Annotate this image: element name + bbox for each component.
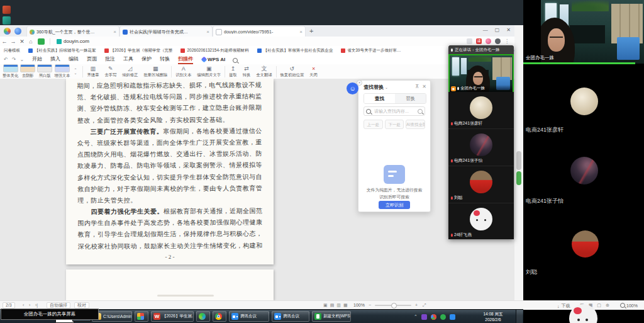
bookmark-item[interactable]: 【2026】学生届《假期学堂（完整 (104, 48, 173, 54)
prev-page-icon[interactable]: ‹ (23, 303, 24, 307)
fit-page-icon[interactable]: ⤢ (423, 303, 426, 308)
menu-item-扫描件[interactable]: 扫描件 (178, 55, 193, 64)
zoom-slider-knob[interactable] (391, 303, 397, 309)
address-url[interactable]: douyin.com (64, 38, 89, 44)
ribbon-button-全文翻译[interactable]: 文全文翻译 (256, 65, 272, 78)
bookmark-item[interactable]: 问卷模板 (4, 48, 20, 54)
redo-icon[interactable]: ↷ (12, 57, 16, 62)
ribbon-button-关闭[interactable]: ×关闭 (309, 65, 318, 78)
participant-cell[interactable]: 电商241张子怡 (448, 129, 514, 166)
tab-close-icon[interactable]: × (113, 30, 116, 35)
menu-item-工具[interactable]: 工具 (123, 55, 133, 64)
tab-close-icon[interactable]: × (206, 30, 209, 35)
bookmark-item[interactable]: 20260206132154-刘老师假期材料 (180, 48, 248, 54)
tab-close-icon[interactable]: × (299, 30, 303, 35)
browser-tab[interactable]: 社会实践|学期辅导任务完成…× (119, 26, 213, 37)
show-desktop-button[interactable] (516, 310, 523, 323)
browser-tab[interactable]: 360导航_一个主页，整个世…× (26, 26, 119, 37)
zoom-in-icon[interactable]: + (415, 303, 418, 307)
taskbar-button-腾讯会议[interactable]: 腾讯会议 (272, 311, 309, 322)
view-icon-1[interactable]: ▣ (323, 303, 328, 308)
tray-colorful-icon[interactable] (431, 314, 436, 320)
recognize-now-button[interactable]: 立即识别 (379, 201, 410, 209)
view-icon-2[interactable]: ▤ (330, 303, 335, 308)
menu-item-批注[interactable]: 批注 (105, 55, 115, 64)
tray-app-purple-icon[interactable] (421, 314, 427, 320)
ribbon-scroll-arrows[interactable]: ⌃⌄ (74, 69, 77, 75)
search-settings-icon[interactable] (418, 109, 423, 114)
undo-icon[interactable]: ↶ (4, 57, 8, 62)
ribbon-button-去手写[interactable]: ✎去手写 (104, 65, 116, 78)
new-tab-button[interactable]: + (309, 27, 313, 35)
fullscreen-icon[interactable]: ▢ (597, 303, 601, 308)
taskbar-button-新建文档|WPS…[interactable]: 新建文档|WPS… (312, 311, 351, 322)
translate-extension-icon[interactable]: 译 (476, 38, 482, 44)
taskbar-clock[interactable]: 14:08 周五 2026/2/6 (478, 311, 508, 322)
stop-icon[interactable]: ✕ (18, 37, 26, 46)
document-canvas[interactable]: 期间，应急照明和疏散指示标志缺失、损坏，电气线路敷设不规范、老化破损、违规私拉电… (0, 79, 514, 300)
taskbar-button-grid[interactable] (135, 311, 148, 322)
ribbon-thumb[interactable]: 整体美化 (3, 64, 18, 79)
maximize-icon[interactable]: ▢ (495, 27, 500, 33)
bookmark-item[interactable]: 省文39号关于进一步做好寒… (341, 48, 401, 54)
menu-item-保护[interactable]: 保护 (142, 55, 152, 64)
tray-expand-icon[interactable]: ⌃ (414, 314, 418, 319)
tray-meeting-icon[interactable] (450, 314, 455, 320)
status-button-自动编排[interactable]: 自动编排 (47, 302, 70, 309)
menu-item-开始[interactable]: 开始 (32, 55, 42, 64)
view-mode-icons[interactable]: ▣▤▥▦ (323, 303, 348, 308)
tray-360-icon[interactable] (440, 314, 446, 320)
menu-item-转换[interactable]: 转换 (160, 55, 170, 64)
browser-tab[interactable]: douyin.com/video/75951-× (213, 26, 306, 37)
download-button[interactable]: ↓下载 (557, 303, 570, 309)
panel-close-icon[interactable]: ✕ (422, 84, 426, 89)
add-icon[interactable]: ⊕ (606, 303, 609, 308)
chevron-down-icon[interactable]: ⌄ (19, 57, 24, 62)
scrollbar-thumb[interactable] (516, 151, 521, 170)
browser-logo-icon[interactable] (4, 28, 11, 35)
last-page-icon[interactable]: ›| (35, 303, 38, 307)
find-button-AI查找全部[interactable]: AI查找全部 (406, 120, 425, 129)
home-icon[interactable]: ⌂ (26, 37, 35, 46)
view-icon-3[interactable]: ▥ (336, 303, 341, 308)
pin-icon[interactable]: ⊼ (415, 84, 419, 89)
minimize-icon[interactable]: — (483, 27, 488, 33)
ribbon-button-转换[interactable]: ⇄转换 (243, 65, 251, 78)
menu-item-插入[interactable]: 插入 (50, 55, 60, 64)
ribbon-button-齐缝章[interactable]: ▥齐缝章 (87, 65, 99, 78)
browser-zoom[interactable]: 100% (620, 303, 638, 308)
status-button-校对[interactable]: 校对 (74, 302, 89, 309)
ribbon-button-编辑图片文字[interactable]: ▣编辑图片文字 (197, 65, 221, 78)
forward-icon[interactable]: → (9, 37, 18, 46)
find-tab-替换[interactable]: 替换 (395, 94, 426, 103)
ribbon-button-倾斜修正[interactable]: ◿倾斜修正 (122, 65, 138, 78)
taskbar-button-腾讯会议[interactable]: 腾讯会议 (229, 311, 269, 322)
participant-cell[interactable]: 电商241张彦轩 (448, 92, 514, 129)
document-page-next[interactable] (66, 269, 274, 300)
desktop-shortcut-red-icon[interactable] (3, 6, 11, 14)
find-tab-查找[interactable]: 查找 (364, 94, 395, 103)
taskbar-button-chrome[interactable] (213, 311, 226, 322)
zoom-slider[interactable] (375, 305, 411, 306)
launcher-icon[interactable] (38, 38, 45, 45)
bookmark-item[interactable]: 【社会实践】寒假第十批社会实践企业 (257, 48, 333, 54)
desktop-shortcut-teal-icon[interactable] (3, 16, 11, 25)
find-input[interactable] (373, 108, 416, 114)
browser-menu-icon[interactable]: ⋮ (504, 38, 509, 45)
ribbon-button-批量区域擦除[interactable]: ▦批量区域擦除 (143, 65, 167, 78)
browser-scrollbar[interactable] (514, 25, 523, 300)
taskbar-button-【2026】学生届...[interactable]: W【2026】学生届... (151, 311, 194, 322)
menu-item-页面[interactable]: 页面 (87, 55, 97, 64)
find-button-下一处[interactable]: 下一处 (385, 120, 404, 129)
taskbar-button-b360[interactable] (196, 311, 210, 322)
bookmark-item[interactable]: 【社会实践】持续辅导毛一姝花絮 (28, 48, 96, 54)
next-page-icon[interactable]: › (29, 303, 30, 307)
wps-ai-menu[interactable]: WPS AI (202, 57, 225, 62)
zoom-out-icon[interactable]: − (369, 303, 371, 307)
ribbon-button-提取[interactable]: ↥提取 (229, 65, 237, 78)
ribbon-thumb[interactable]: 增强文本 (54, 64, 70, 79)
ribbon-thumb[interactable]: 去阴影 (20, 64, 35, 79)
profile-avatar-icon[interactable] (495, 38, 501, 44)
back-icon[interactable]: ← (0, 37, 9, 46)
menu-item-编辑[interactable]: 编辑 (69, 55, 79, 64)
